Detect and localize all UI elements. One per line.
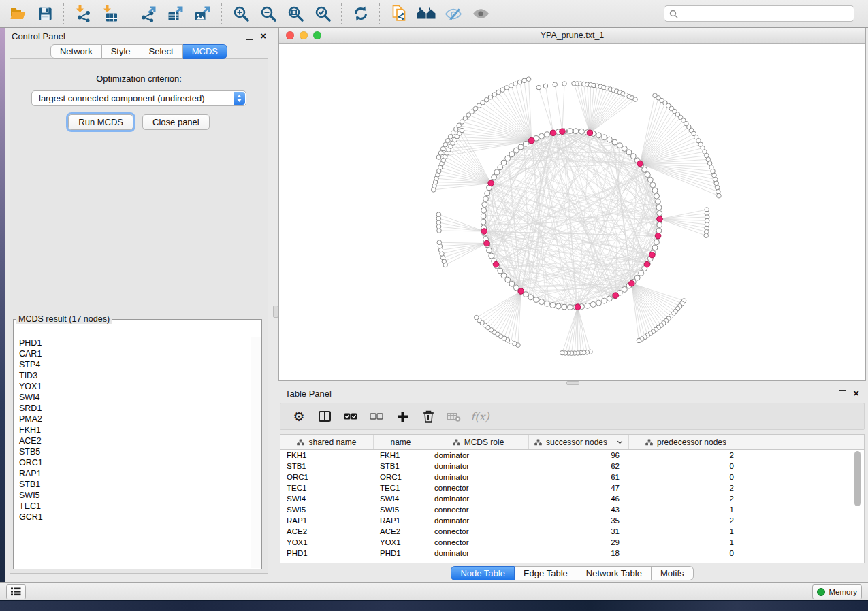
mcds-result-item[interactable]: STB1 [19, 479, 251, 490]
splitter-handle[interactable] [566, 381, 579, 385]
show-all-button[interactable] [467, 2, 494, 25]
mcds-result-item[interactable]: TID3 [19, 370, 251, 381]
table-row[interactable]: FKH1 FKH1 dominator 96 2 [280, 450, 864, 461]
network-canvas[interactable] [279, 44, 865, 380]
mcds-result-item[interactable]: PMA2 [19, 414, 251, 425]
optimization-select[interactable]: largest connected component (undirected) [31, 90, 246, 106]
import-network-button[interactable] [69, 2, 97, 25]
tab-node-table[interactable]: Node Table [451, 566, 515, 580]
mcds-result-title: MCDS result (17 nodes) [16, 314, 112, 324]
mcds-result-item[interactable]: SWI4 [19, 392, 251, 403]
zoom-selected-button[interactable] [309, 2, 336, 25]
import-table-button[interactable] [97, 2, 124, 25]
network-window-titlebar[interactable]: YPA_prune.txt_1 [279, 28, 865, 44]
result-list-scrollbar[interactable] [251, 337, 261, 568]
minimize-window-traffic-light[interactable] [300, 31, 308, 39]
eye-icon [472, 5, 489, 22]
open-file-button[interactable] [4, 2, 31, 25]
column-header-shared-name[interactable]: shared name [280, 435, 374, 449]
search-box[interactable] [664, 5, 854, 22]
tab-motifs[interactable]: Motifs [652, 566, 694, 580]
task-history-button[interactable] [6, 584, 26, 599]
export-network-button[interactable] [135, 2, 162, 25]
create-column-button[interactable] [389, 405, 415, 428]
mcds-result-item[interactable]: CAR1 [19, 348, 251, 359]
tab-style[interactable]: Style [102, 44, 140, 59]
delete-columns-button[interactable] [415, 405, 441, 428]
copy-network-button[interactable] [385, 2, 413, 25]
table-scrollbar[interactable] [854, 451, 862, 560]
table-row[interactable]: PHD1 PHD1 dominator 18 0 [280, 548, 864, 559]
mcds-result-item[interactable]: RAP1 [19, 468, 251, 479]
show-hide-columns-button[interactable] [312, 405, 338, 428]
tab-network[interactable]: Network [50, 44, 102, 59]
function-builder-button[interactable]: f(x) [467, 405, 493, 428]
float-panel-icon[interactable] [839, 390, 846, 397]
delete-table-button[interactable] [441, 405, 467, 428]
vertical-splitter[interactable] [273, 28, 278, 582]
tab-network-table[interactable]: Network Table [577, 566, 652, 580]
tab-select[interactable]: Select [140, 44, 183, 59]
mcds-result-item[interactable]: STB5 [19, 446, 251, 457]
mcds-result-item[interactable]: ORC1 [19, 457, 251, 468]
zoom-fit-button[interactable] [282, 2, 309, 25]
refresh-view-button[interactable] [347, 2, 374, 25]
network-graph[interactable] [279, 44, 865, 380]
mcds-result-item[interactable]: ACE2 [19, 435, 251, 446]
cell-mcds-role: dominator [428, 495, 529, 503]
scrollbar-thumb[interactable] [854, 451, 861, 506]
export-image-button[interactable] [189, 2, 216, 25]
zoom-in-button[interactable] [227, 2, 255, 25]
mcds-result-item[interactable]: FKH1 [19, 425, 251, 435]
tab-mcds[interactable]: MCDS [183, 44, 227, 59]
cell-name: STB1 [374, 462, 428, 470]
table-row[interactable]: SWI5 SWI5 connector 43 1 [280, 504, 864, 515]
column-header-name[interactable]: name [374, 435, 428, 449]
zoom-out-button[interactable] [255, 2, 282, 25]
close-panel-button[interactable]: Close panel [142, 114, 210, 130]
float-panel-icon[interactable] [246, 33, 253, 40]
table-row[interactable]: SWI4 SWI4 dominator 46 2 [280, 493, 864, 504]
select-all-columns-button[interactable] [338, 405, 364, 428]
column-header-MCDS-role[interactable]: MCDS role [428, 435, 529, 449]
run-mcds-button[interactable]: Run MCDS [68, 114, 133, 130]
mcds-result-item[interactable]: GCR1 [19, 512, 251, 523]
close-window-traffic-light[interactable] [286, 31, 294, 39]
table-toolbar: ⚙ [280, 403, 865, 430]
table-mode-button[interactable]: ⚙ [286, 405, 312, 428]
cell-mcds-role: dominator [428, 451, 529, 459]
search-input[interactable] [681, 8, 849, 19]
splitter-handle[interactable] [273, 306, 278, 318]
horizontal-splitter[interactable] [278, 381, 866, 385]
close-panel-icon[interactable]: × [853, 390, 859, 397]
table-row[interactable]: STB1 STB1 dominator 62 0 [280, 461, 864, 472]
column-header-predecessor-nodes[interactable]: predecessor nodes [629, 435, 743, 449]
table-row[interactable]: ORC1 ORC1 dominator 61 0 [280, 472, 864, 482]
save-session-button[interactable] [31, 2, 59, 25]
mcds-result-item[interactable]: STP4 [19, 359, 251, 370]
hide-selected-button[interactable] [440, 2, 467, 25]
mcds-result-item[interactable]: PHD1 [19, 337, 251, 348]
first-neighbors-button[interactable] [413, 2, 440, 25]
export-table-button[interactable] [162, 2, 189, 25]
cell-successor-nodes: 43 [529, 506, 629, 514]
close-panel-icon[interactable]: × [260, 33, 266, 39]
table-row[interactable]: ACE2 ACE2 connector 31 1 [280, 526, 864, 537]
toolbar-separator [63, 3, 65, 24]
mcds-result-item[interactable]: SWI5 [19, 490, 251, 501]
maximize-window-traffic-light[interactable] [313, 31, 321, 39]
mcds-result-item[interactable]: YOX1 [19, 381, 251, 392]
column-header-successor-nodes[interactable]: successor nodes [529, 435, 629, 449]
table-row[interactable]: TEC1 TEC1 connector 47 2 [280, 482, 864, 493]
toolbar-separator [379, 3, 381, 24]
search-icon [669, 10, 678, 18]
cell-predecessor-nodes: 1 [629, 506, 743, 514]
optimization-value: largest connected component (undirected) [39, 93, 205, 103]
mcds-result-item[interactable]: SRD1 [19, 403, 251, 414]
unselect-all-columns-button[interactable] [364, 405, 389, 428]
memory-button[interactable]: Memory [812, 584, 862, 599]
table-row[interactable]: YOX1 YOX1 connector 29 1 [280, 537, 864, 548]
mcds-result-item[interactable]: TEC1 [19, 501, 251, 512]
table-row[interactable]: RAP1 RAP1 dominator 35 2 [280, 515, 864, 526]
tab-edge-table[interactable]: Edge Table [515, 566, 577, 580]
